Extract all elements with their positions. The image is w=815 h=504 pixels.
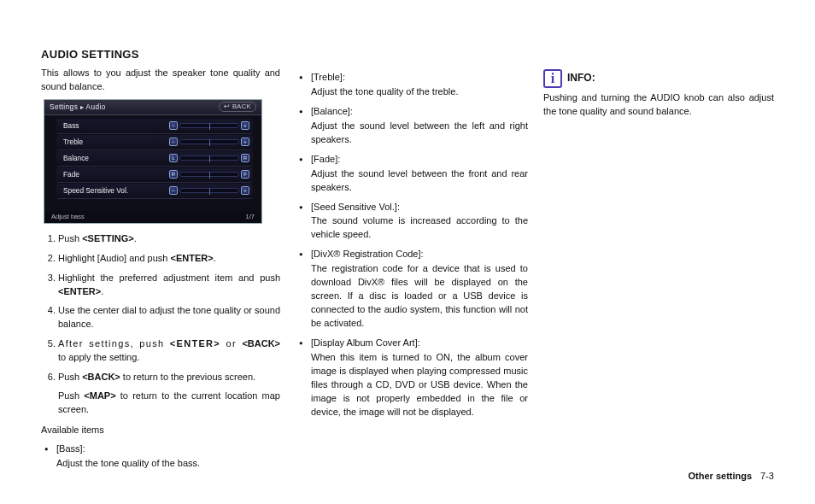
list-item: [Fade]: Adjust the sound level between t… (296, 153, 528, 195)
list-item: [Seed Sensitive Vol.]: The sound volume … (296, 201, 528, 243)
item-desc: Adjust the sound level between the front… (311, 167, 528, 195)
steps-list: Push <SETTING>.Highlight [Audio] and pus… (41, 232, 280, 417)
item-label: [Fade]: (311, 153, 528, 167)
step-item: After settings, push <ENTER> or <BACK> t… (58, 337, 280, 365)
list-item: [Balance]: Adjust the sound level betwee… (296, 105, 528, 147)
screenshot-status: Adjust bass (51, 211, 85, 223)
settings-screenshot: Settings ▸ Audio ↩ BACK Bass – + Treble … (44, 99, 262, 224)
breadcrumb: Settings ▸ Audio (50, 99, 106, 114)
intro-text: This allows to you adjust the speaker to… (41, 67, 280, 94)
back-pill: ↩ BACK (219, 102, 256, 112)
available-items-col2: [Treble]: Adjust the tone quality of the… (296, 71, 528, 419)
item-label: [Seed Sensitive Vol.]: (311, 201, 528, 214)
item-desc: Adjust the tone quality of the treble. (311, 85, 528, 99)
step-item: Use the center dial to adjust the tone q… (58, 304, 280, 331)
info-label: INFO: (567, 71, 595, 85)
item-desc: The registration code for a device that … (311, 262, 528, 331)
item-label: [DivX® Registration Code]: (311, 248, 528, 261)
item-label: [Balance]: (311, 105, 528, 119)
item-label: [Display Album Cover Art]: (311, 337, 528, 350)
list-item: [Bass]: Adjust the tone quality of the b… (41, 442, 280, 471)
info-text: Pushing and turning the AUDIO knob can a… (543, 91, 774, 119)
item-desc: Adjust the sound level between the left … (311, 120, 528, 147)
list-item: [Treble]: Adjust the tone quality of the… (296, 71, 528, 99)
item-label: [Bass]: (56, 442, 280, 456)
screenshot-row: Speed Sensitive Vol. – + (56, 184, 253, 199)
available-items-label: Available items (41, 424, 280, 437)
footer-section: Other settings (689, 471, 753, 481)
list-item: [DivX® Registration Code]: The registrat… (296, 248, 528, 331)
list-item: [Display Album Cover Art]: When this ite… (296, 337, 528, 419)
item-desc: The sound volume is increased according … (311, 214, 528, 242)
step-item: Push <BACK> to return to the previous sc… (58, 371, 280, 417)
step-item: Highlight the preferred adjustment item … (58, 272, 280, 299)
step-item: Highlight [Audio] and push <ENTER>. (58, 252, 280, 266)
screenshot-row: Treble – + (56, 135, 253, 150)
item-desc: Adjust the tone quality of the bass. (56, 457, 280, 471)
section-heading: AUDIO SETTINGS (41, 47, 280, 63)
page-footer: Other settings7-3 (689, 470, 774, 483)
footer-page: 7-3 (760, 471, 774, 481)
item-label: [Treble]: (311, 71, 528, 85)
screenshot-row: Balance L R (56, 151, 253, 167)
screenshot-page: 1/7 (246, 211, 255, 223)
info-icon: i (543, 69, 562, 88)
step-item: Push <SETTING>. (58, 232, 280, 246)
item-desc: When this item is turned to ON, the albu… (311, 351, 528, 419)
screenshot-row: Bass – + (56, 119, 253, 134)
available-items-col1: [Bass]: Adjust the tone quality of the b… (41, 442, 280, 471)
screenshot-row: Fade R F (56, 167, 253, 183)
